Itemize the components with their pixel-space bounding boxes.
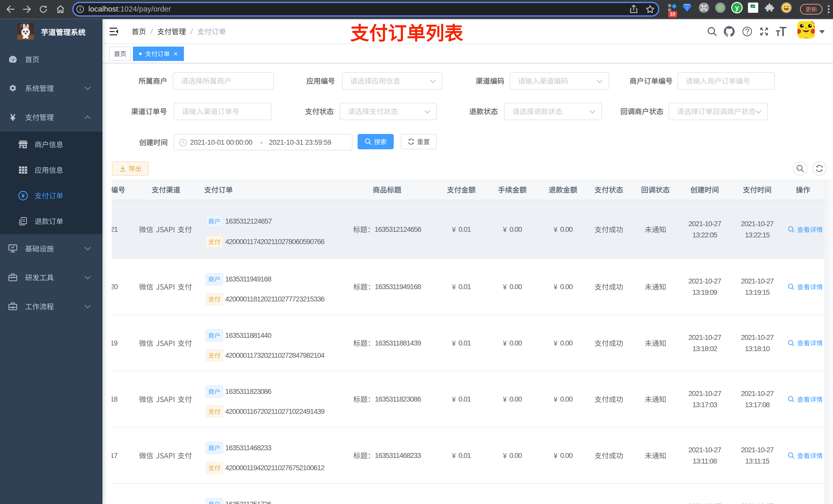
svg-text:y: y [735,4,739,11]
